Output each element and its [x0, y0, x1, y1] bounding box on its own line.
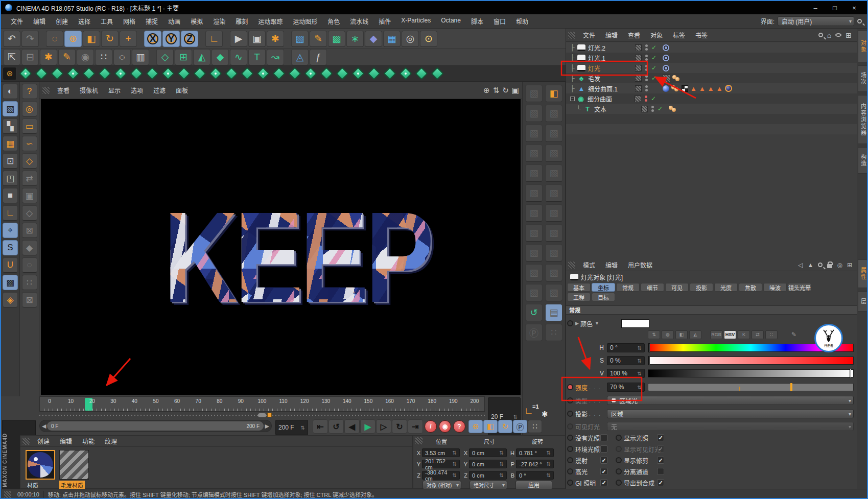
dots-icon[interactable]: ∷ — [95, 49, 112, 65]
gi-illumination-checkbox[interactable]: ✓ — [600, 479, 607, 486]
visibility-dots[interactable] — [645, 44, 648, 51]
points-mode-icon[interactable]: ⊡ — [3, 153, 18, 169]
timeline-scrollbar[interactable]: 0 F 200 F — [47, 421, 264, 431]
ambient-illumination-checkbox[interactable] — [600, 445, 607, 453]
hair-tag-icon[interactable] — [663, 75, 670, 82]
palette-tool-icon[interactable]: ▧ — [525, 145, 543, 162]
menu-item[interactable]: Octane — [436, 15, 465, 27]
palette-tool-icon[interactable]: ▧ — [545, 224, 562, 242]
color-swatch[interactable] — [621, 319, 649, 328]
phong-tag-icon[interactable] — [663, 85, 669, 92]
live-selection-icon[interactable]: ◌ — [46, 31, 63, 47]
palette-tool-icon[interactable]: ▧ — [525, 164, 543, 182]
menu-item[interactable]: 渲染 — [208, 15, 230, 27]
layer-manager-icon[interactable]: ◧ — [545, 85, 562, 102]
coordinate-system-icon[interactable]: ∟ — [205, 31, 223, 47]
keyframe-circle[interactable] — [616, 457, 622, 463]
mograph-tag-icon[interactable] — [177, 67, 190, 80]
keyframe-selection-button[interactable]: ? — [453, 420, 465, 433]
timeline-scroll-track[interactable]: ◀ 0 F 200 F ▶ — [39, 420, 272, 432]
end-frame-field[interactable]: 200 F⇅ — [275, 420, 308, 435]
viewport-toggle-icon[interactable]: ▣ — [512, 86, 519, 95]
panel-grip[interactable] — [415, 437, 423, 444]
palette-tool-icon[interactable]: ▧ — [525, 125, 543, 142]
attribute-tab[interactable]: 基本 — [567, 283, 591, 292]
compact-mode-icon[interactable]: ⇅ — [648, 330, 660, 339]
previous-frame-button[interactable]: ◀ — [344, 419, 360, 434]
menu-item[interactable]: 捕捉 — [141, 15, 162, 27]
tweak-icon[interactable]: ⇱ — [3, 49, 20, 65]
keyframe-circle[interactable] — [567, 468, 573, 474]
trail-icon[interactable]: ∿ — [230, 49, 247, 65]
protection-tag-icon[interactable] — [672, 75, 681, 82]
material-swatch-selected[interactable] — [26, 450, 55, 480]
mograph-tag-icon[interactable] — [130, 67, 143, 80]
attribute-tab[interactable]: 焦散 — [739, 283, 762, 292]
menu-item[interactable]: 运动跟踪 — [253, 15, 287, 27]
keyframe-circle[interactable] — [616, 480, 622, 486]
add-generator-icon[interactable]: ▩ — [328, 31, 345, 47]
array-icon[interactable]: ⊞ — [175, 49, 192, 65]
emerald-icon[interactable]: ◆ — [212, 49, 229, 65]
enabled-check[interactable]: ✓ — [651, 44, 659, 51]
menu-item[interactable]: 创建 — [51, 15, 73, 27]
tab-attributes[interactable]: 属性 — [858, 259, 868, 288]
mograph-tag-icon[interactable] — [66, 67, 79, 80]
object-row-text[interactable]: └T 文本 ✓ — [566, 104, 857, 114]
menu-item[interactable]: 雕刻 — [231, 15, 252, 27]
attribute-tab[interactable]: 噪波 — [763, 283, 787, 292]
no-illumination-checkbox[interactable] — [600, 434, 607, 441]
fx-icon[interactable]: ƒ — [310, 49, 327, 65]
selection-tag-icon[interactable]: ▲ — [690, 85, 697, 92]
add-light-icon[interactable]: ⊙ — [420, 31, 437, 47]
kelvin-mode-button[interactable]: K — [738, 330, 750, 339]
panel-grip[interactable] — [568, 32, 575, 39]
mograph-tag-icon[interactable] — [367, 67, 380, 80]
selection-tag-icon[interactable]: ▲ — [716, 85, 723, 92]
mograph-tag-icon[interactable] — [193, 67, 206, 80]
mograph-tag-icon[interactable] — [431, 67, 443, 80]
mograph-tag-icon[interactable] — [82, 67, 95, 80]
extrude-icon[interactable]: ⊠ — [22, 223, 37, 238]
mograph-tag-icon[interactable] — [98, 67, 111, 80]
palette-tool-icon[interactable]: ▧ — [545, 105, 562, 122]
menu-item[interactable]: 动画 — [163, 15, 185, 27]
mograph-tag-icon[interactable] — [320, 67, 333, 80]
keyframe-marker[interactable] — [267, 413, 272, 417]
tab-takes[interactable]: 场次 — [858, 65, 868, 92]
menu-item[interactable]: 角色 — [323, 15, 344, 27]
paint-icon[interactable]: ◬ — [291, 49, 309, 65]
palette-tool-icon[interactable]: ▧ — [525, 244, 543, 262]
gear-icon[interactable]: ✱ — [542, 410, 548, 419]
x-axis-lock[interactable]: X — [144, 31, 161, 47]
scroll-right-icon[interactable]: ▶ — [265, 423, 269, 430]
menu-item[interactable]: 网格 — [119, 15, 140, 27]
section-header[interactable]: 常规 — [566, 305, 857, 315]
add-floor-icon[interactable]: ▦ — [383, 31, 401, 47]
viewport-canvas[interactable]: KEEP KEEP KEEP — [41, 99, 521, 395]
model-mode-icon[interactable]: ▧ — [3, 101, 18, 116]
attribute-menu-item[interactable]: 模式 — [578, 259, 600, 271]
viewport-menu-item[interactable]: 显示 — [104, 84, 125, 96]
spline-pen-icon[interactable]: ✎ — [58, 49, 76, 65]
panel-grip[interactable] — [568, 262, 575, 269]
rotate-tool-icon[interactable]: ↻ — [101, 31, 119, 47]
menu-item[interactable]: 编辑 — [29, 15, 50, 27]
add-deformer-icon[interactable]: ◆ — [365, 31, 382, 47]
palette-tool-icon[interactable]: ▧ — [525, 204, 543, 222]
visibility-dots[interactable] — [645, 55, 648, 61]
text-tool-icon[interactable]: T — [248, 49, 266, 65]
mograph-tag-icon[interactable] — [19, 67, 32, 80]
object-manager-menu-item[interactable]: 书签 — [691, 29, 712, 41]
keyframe-circle-active[interactable] — [567, 384, 573, 390]
palette-tool-icon[interactable]: ▧ — [545, 264, 562, 281]
enabled-check[interactable]: ✓ — [651, 95, 658, 102]
spectrum-icon[interactable]: ◧ — [675, 330, 688, 339]
search-icon[interactable] — [857, 19, 862, 23]
menu-item[interactable]: X-Particles — [396, 15, 435, 27]
viewport-rotate-icon[interactable]: ↻ — [502, 86, 509, 95]
mograph-tag-icon[interactable] — [146, 67, 158, 80]
mograph-root-icon[interactable]: ⊛ — [3, 67, 17, 80]
menu-item[interactable]: 帮助 — [511, 15, 533, 27]
object-row-hair[interactable]: ├♣ 毛发 ✓ — [566, 73, 857, 83]
